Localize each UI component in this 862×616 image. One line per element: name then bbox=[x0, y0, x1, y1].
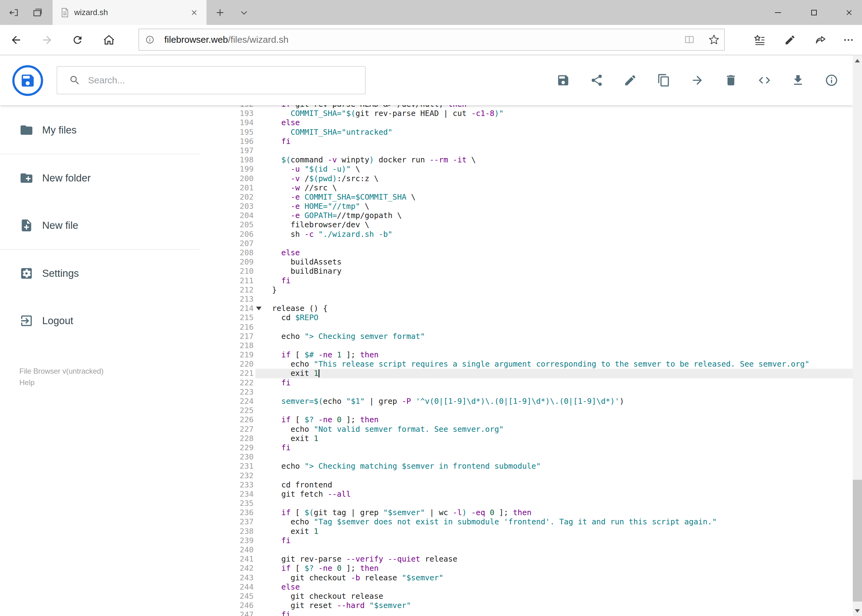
code-line-208[interactable]: 208 else bbox=[209, 248, 853, 258]
maximize-button[interactable] bbox=[801, 0, 827, 25]
code-line-210[interactable]: 210 buildBinary bbox=[209, 267, 853, 276]
code-line-221[interactable]: 221 exit 1 bbox=[209, 369, 853, 378]
code-line-203[interactable]: 203 -e HOME="//tmp" \ bbox=[209, 202, 853, 211]
code-line-209[interactable]: 209 buildAssets bbox=[209, 258, 853, 267]
code-line-192[interactable]: 192 if git rev-parse HEAD &> /dev/null; … bbox=[209, 105, 853, 109]
web-note-button[interactable] bbox=[783, 33, 797, 47]
code-line-246[interactable]: 246 git reset --hard "$semver" bbox=[209, 601, 853, 610]
code-line-219[interactable]: 219 if [ $# -ne 1 ]; then bbox=[209, 350, 853, 360]
sidebar-item-logout[interactable]: Logout bbox=[0, 297, 209, 344]
code-line-215[interactable]: 215 cd $REPO bbox=[209, 313, 853, 322]
code-line-231[interactable]: 231 echo "> Checking matching $semver in… bbox=[209, 462, 853, 471]
code-line-233[interactable]: 233 cd frontend bbox=[209, 480, 853, 490]
code-line-197[interactable]: 197 bbox=[209, 146, 853, 155]
fold-marker-icon[interactable] bbox=[256, 306, 262, 310]
download-icon[interactable] bbox=[791, 74, 805, 87]
code-line-212[interactable]: 212} bbox=[209, 285, 853, 295]
code-line-198[interactable]: 198 $(command -v winpty) docker run --rm… bbox=[209, 155, 853, 165]
scroll-up-arrow-icon[interactable] bbox=[853, 55, 862, 66]
sidebar-item-my-files[interactable]: My files bbox=[0, 107, 209, 154]
code-line-199[interactable]: 199 -u "$(id -u)" \ bbox=[209, 165, 853, 174]
move-icon[interactable] bbox=[690, 74, 704, 87]
code-line-245[interactable]: 245 git checkout release bbox=[209, 592, 853, 601]
code-line-229[interactable]: 229 fi bbox=[209, 443, 853, 453]
code-line-194[interactable]: 194 else bbox=[209, 118, 853, 127]
favorite-star-icon[interactable] bbox=[708, 34, 720, 46]
code-line-230[interactable]: 230 bbox=[209, 453, 853, 462]
code-line-226[interactable]: 226 if [ $? -ne 0 ]; then bbox=[209, 415, 853, 424]
code-line-213[interactable]: 213 bbox=[209, 295, 853, 304]
code-line-228[interactable]: 228 exit 1 bbox=[209, 434, 853, 443]
code-line-211[interactable]: 211 fi bbox=[209, 276, 853, 285]
code-line-241[interactable]: 241 git rev-parse --verify --quiet relea… bbox=[209, 555, 853, 564]
refresh-button[interactable] bbox=[71, 33, 85, 47]
code-line-196[interactable]: 196 fi bbox=[209, 137, 853, 146]
code-line-216[interactable]: 216 bbox=[209, 323, 853, 332]
code-line-200[interactable]: 200 -v /$(pwd):/src:z \ bbox=[209, 174, 853, 183]
home-button[interactable] bbox=[102, 33, 116, 47]
code-line-235[interactable]: 235 bbox=[209, 499, 853, 508]
code-line-193[interactable]: 193 COMMIT_SHA="$(git rev-parse HEAD | c… bbox=[209, 109, 853, 118]
code-line-205[interactable]: 205 filebrowser/dev \ bbox=[209, 220, 853, 229]
code-line-239[interactable]: 239 fi bbox=[209, 536, 853, 545]
code-line-206[interactable]: 206 sh -c "./wizard.sh -b" bbox=[209, 230, 853, 239]
close-tab-icon[interactable] bbox=[188, 7, 200, 19]
code-line-214[interactable]: 214release () { bbox=[209, 304, 853, 313]
code-line-227[interactable]: 227 echo "Not valid semver format. See s… bbox=[209, 425, 853, 434]
code-line-218[interactable]: 218 bbox=[209, 341, 853, 350]
minimize-button[interactable] bbox=[765, 0, 791, 25]
browser-tab[interactable]: wizard.sh bbox=[53, 0, 206, 25]
code-line-223[interactable]: 223 bbox=[209, 388, 853, 397]
code-line-236[interactable]: 236 if [ $(git tag | grep "$semver" | wc… bbox=[209, 508, 853, 517]
tab-list-chevron-icon[interactable] bbox=[237, 6, 251, 20]
tab-preview-icon[interactable] bbox=[30, 6, 45, 20]
forward-button[interactable] bbox=[40, 33, 54, 47]
code-line-207[interactable]: 207 bbox=[209, 239, 853, 248]
code-editor[interactable]: 192 if git rev-parse HEAD &> /dev/null; … bbox=[209, 105, 853, 616]
help-link[interactable]: Help bbox=[19, 377, 103, 388]
code-line-217[interactable]: 217 echo "> Checking semver format" bbox=[209, 332, 853, 341]
code-line-220[interactable]: 220 echo "This release script requires a… bbox=[209, 360, 853, 369]
url-bar[interactable]: filebrowser.web/files/wizard.sh bbox=[139, 28, 725, 51]
code-line-222[interactable]: 222 fi bbox=[209, 378, 853, 388]
code-line-244[interactable]: 244 else bbox=[209, 583, 853, 592]
search-input[interactable] bbox=[87, 75, 341, 86]
reading-view-icon[interactable] bbox=[684, 34, 695, 46]
scroll-down-arrow-icon[interactable] bbox=[853, 605, 862, 616]
info-icon[interactable] bbox=[825, 74, 838, 87]
code-line-238[interactable]: 238 exit 1 bbox=[209, 527, 853, 536]
code-line-234[interactable]: 234 git fetch --all bbox=[209, 490, 853, 499]
code-line-201[interactable]: 201 -w //src \ bbox=[209, 183, 853, 193]
code-icon[interactable] bbox=[758, 74, 771, 87]
sidebar-item-new-folder[interactable]: New folder bbox=[0, 154, 209, 202]
delete-icon[interactable] bbox=[724, 74, 738, 87]
code-line-195[interactable]: 195 COMMIT_SHA="untracked" bbox=[209, 127, 853, 137]
share-button[interactable] bbox=[814, 33, 828, 47]
code-line-242[interactable]: 242 if [ $? -ne 0 ]; then bbox=[209, 564, 853, 573]
edit-icon[interactable] bbox=[624, 74, 637, 87]
code-line-204[interactable]: 204 -e GOPATH=//tmp/gopath \ bbox=[209, 211, 853, 220]
more-options-button[interactable] bbox=[842, 33, 856, 47]
tabs-set-aside-icon[interactable] bbox=[7, 6, 21, 20]
hub-button[interactable] bbox=[752, 33, 767, 47]
code-line-237[interactable]: 237 echo "Tag $semver does not exist in … bbox=[209, 517, 853, 526]
code-line-243[interactable]: 243 git checkout -b release "$semver" bbox=[209, 573, 853, 583]
page-scrollbar[interactable] bbox=[853, 55, 862, 616]
copy-icon[interactable] bbox=[657, 74, 671, 87]
code-line-224[interactable]: 224 semver=$(echo "$1" | grep -P '^v(0|[… bbox=[209, 397, 853, 406]
sidebar-item-new-file[interactable]: New file bbox=[0, 202, 209, 249]
back-button[interactable] bbox=[9, 33, 23, 47]
save-icon[interactable] bbox=[556, 74, 570, 87]
search-box[interactable] bbox=[57, 66, 366, 94]
site-info-icon[interactable] bbox=[145, 35, 154, 44]
new-tab-icon[interactable] bbox=[213, 6, 227, 20]
share-icon[interactable] bbox=[590, 74, 604, 87]
code-line-240[interactable]: 240 bbox=[209, 545, 853, 555]
code-line-225[interactable]: 225 bbox=[209, 406, 853, 415]
code-line-232[interactable]: 232 bbox=[209, 471, 853, 480]
scrollbar-thumb[interactable] bbox=[853, 480, 862, 602]
sidebar-item-settings[interactable]: Settings bbox=[0, 250, 209, 297]
code-line-247[interactable]: 247 fi bbox=[209, 610, 853, 616]
close-window-button[interactable] bbox=[836, 0, 862, 25]
code-line-202[interactable]: 202 -e COMMIT_SHA=$COMMIT_SHA \ bbox=[209, 193, 853, 202]
